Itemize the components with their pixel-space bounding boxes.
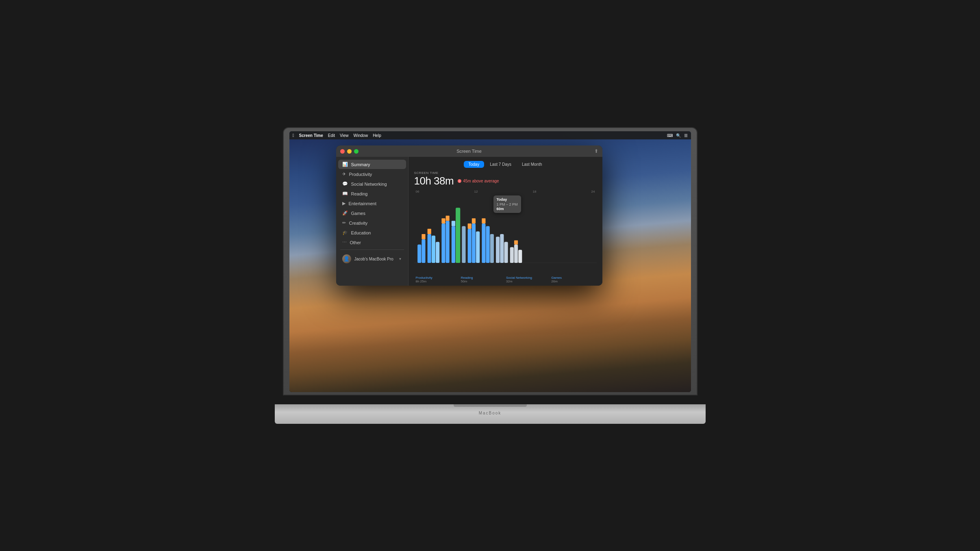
sidebar-item-summary[interactable]: 📊 Summary (338, 160, 406, 169)
share-icon[interactable]: ⬆ (594, 148, 598, 154)
cat-games-name: Games (551, 276, 596, 280)
sidebar-item-social[interactable]: 💬 Social Networking (338, 179, 406, 189)
sidebar: 📊 Summary ✈ Productivity 💬 Social Networ… (336, 157, 409, 286)
svg-rect-10 (445, 221, 449, 263)
reading-icon: 📖 (342, 191, 348, 196)
svg-rect-11 (445, 216, 449, 221)
sidebar-item-reading[interactable]: 📖 Reading (338, 189, 406, 198)
games-icon: 🚀 (342, 210, 348, 216)
screen-time-header: SCREEN TIME 10h 38m ! 45m above average (414, 171, 597, 187)
svg-rect-23 (486, 226, 489, 263)
person-icon: ⌨ (667, 133, 673, 138)
other-icon: ⋯ (342, 240, 347, 245)
category-labels: Productivity 8h 25m Reading 50m Social N… (414, 276, 597, 283)
x-label-18: 18 (533, 190, 537, 193)
svg-rect-7 (436, 242, 439, 263)
x-label-12: 12 (474, 190, 478, 193)
device-chevron: ▼ (399, 257, 402, 261)
sidebar-item-games[interactable]: 🚀 Games (338, 208, 406, 218)
sidebar-item-entertainment[interactable]: ▶ Entertainment (338, 199, 406, 208)
sidebar-item-games-label: Games (351, 211, 365, 216)
cat-reading-time: 50m (461, 280, 506, 283)
screen-bezel:  Screen Time Edit View Window Help ⌨ 🔍 … (289, 131, 691, 392)
svg-rect-14 (456, 208, 460, 263)
menubar:  Screen Time Edit View Window Help ⌨ 🔍 … (289, 131, 691, 139)
cat-social-name: Social Networking (506, 276, 551, 280)
cat-reading-name: Reading (461, 276, 506, 280)
svg-rect-26 (500, 234, 504, 263)
svg-rect-21 (482, 223, 485, 263)
cat-productivity[interactable]: Productivity 8h 25m (416, 276, 461, 283)
device-name: Jacob's MacBook Pro (354, 257, 393, 261)
help-menu[interactable]: Help (373, 133, 381, 138)
screen-time-window: Screen Time ⬆ 📊 Summary ✈ (336, 145, 602, 286)
macbook-base: MacBook (275, 404, 706, 424)
svg-rect-25 (496, 236, 500, 263)
app-name-menu[interactable]: Screen Time (299, 133, 323, 138)
svg-rect-19 (472, 218, 475, 223)
screen-time-value: 10h 38m (414, 175, 454, 187)
chart-area: 06 12 18 24 (414, 190, 597, 275)
cat-reading[interactable]: Reading 50m (461, 276, 506, 283)
svg-rect-30 (514, 240, 517, 244)
sidebar-item-productivity[interactable]: ✈ Productivity (338, 169, 406, 179)
cat-social[interactable]: Social Networking 32m (506, 276, 551, 283)
menu-icon[interactable]: ☰ (684, 133, 688, 138)
svg-rect-31 (518, 250, 522, 263)
window-body: 📊 Summary ✈ Productivity 💬 Social Networ… (336, 157, 602, 286)
svg-rect-13 (451, 221, 455, 226)
x-label-24: 24 (591, 190, 595, 193)
sidebar-item-education-label: Education (351, 230, 371, 235)
avg-icon: ! (458, 179, 461, 183)
sidebar-item-creativity-label: Creativity (349, 221, 368, 226)
svg-rect-2 (422, 239, 425, 263)
svg-rect-4 (427, 234, 431, 263)
svg-rect-3 (422, 234, 425, 239)
svg-rect-1 (417, 245, 421, 263)
svg-rect-5 (427, 229, 431, 234)
sidebar-device[interactable]: 👤 Jacob's MacBook Pro ▼ (338, 252, 406, 265)
cat-social-time: 32m (506, 280, 551, 283)
tab-lastmonth[interactable]: Last Month (517, 161, 547, 168)
apple-menu-icon[interactable]:  (293, 133, 294, 138)
sidebar-item-education[interactable]: 🎓 Education (338, 228, 406, 237)
tab-last7days[interactable]: Last 7 Days (485, 161, 516, 168)
cat-games[interactable]: Games 26m (551, 276, 596, 283)
window-controls (340, 149, 359, 154)
productivity-icon: ✈ (342, 171, 346, 177)
window-menu[interactable]: Window (354, 133, 368, 138)
creativity-icon: ✏ (342, 220, 346, 226)
tooltip-duration: 60m (497, 207, 518, 211)
x-axis: 06 12 18 24 (414, 190, 597, 193)
sidebar-item-other[interactable]: ⋯ Other (338, 238, 406, 247)
education-icon: 🎓 (342, 230, 348, 235)
sidebar-item-creativity[interactable]: ✏ Creativity (338, 218, 406, 228)
macbook-hinge-notch (454, 404, 527, 407)
sidebar-item-other-label: Other (350, 240, 361, 245)
entertainment-icon: ▶ (342, 201, 345, 206)
close-button[interactable] (340, 149, 345, 154)
sidebar-item-summary-label: Summary (351, 162, 370, 167)
macbook-label: MacBook (479, 411, 502, 415)
svg-rect-20 (476, 231, 480, 263)
tab-today[interactable]: Today (464, 161, 485, 168)
device-avatar: 👤 (342, 254, 351, 263)
x-label-06: 06 (416, 190, 419, 193)
svg-rect-9 (441, 218, 445, 223)
main-content: Today Last 7 Days Last Month SCREEN TIME… (409, 157, 602, 286)
search-icon[interactable]: 🔍 (676, 133, 681, 138)
sidebar-item-entertainment-label: Entertainment (349, 201, 376, 206)
tooltip-title: Today (497, 197, 518, 202)
svg-rect-17 (467, 223, 471, 229)
svg-rect-12 (451, 226, 455, 263)
svg-rect-24 (490, 234, 493, 263)
minimize-button[interactable] (347, 149, 352, 154)
view-menu[interactable]: View (340, 133, 349, 138)
svg-rect-22 (482, 218, 485, 223)
summary-icon: 📊 (342, 162, 348, 167)
svg-rect-8 (441, 223, 445, 263)
sidebar-item-reading-label: Reading (351, 191, 368, 196)
maximize-button[interactable] (354, 149, 359, 154)
svg-rect-27 (504, 242, 508, 263)
edit-menu[interactable]: Edit (328, 133, 335, 138)
